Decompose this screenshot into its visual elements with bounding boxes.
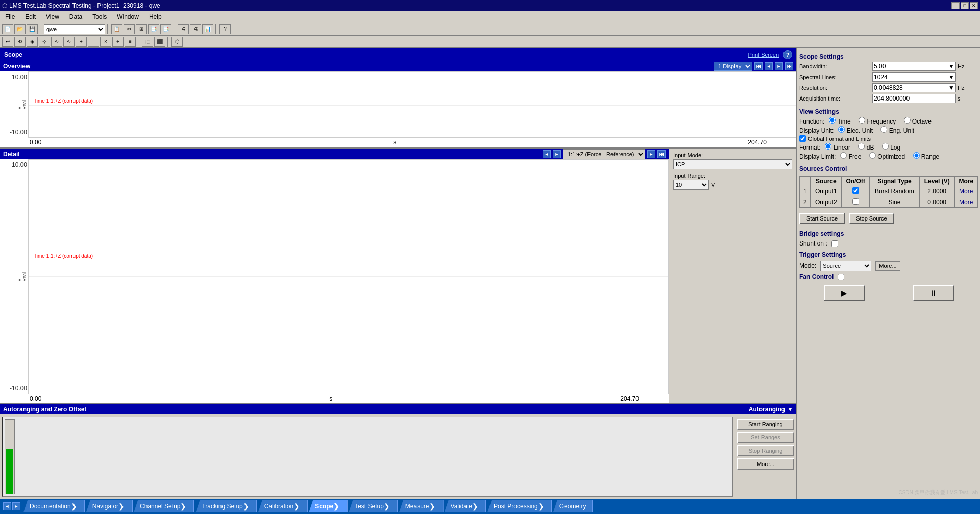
stop-ranging-button[interactable]: Stop Ranging: [737, 445, 794, 456]
display-eng-radio[interactable]: [880, 126, 887, 133]
toolbar-btn-4[interactable]: ✂: [124, 24, 135, 34]
tab-scope[interactable]: Scope ❯: [309, 500, 348, 512]
format-log-radio[interactable]: [882, 143, 889, 150]
source-more-1[interactable]: More: [954, 186, 977, 197]
play-button[interactable]: ▶: [824, 285, 865, 301]
spectral-lines-value[interactable]: 1024 ▼: [872, 72, 956, 82]
trigger-more-button[interactable]: More...: [875, 261, 900, 271]
menu-help[interactable]: Help: [146, 12, 165, 21]
scope-help-button[interactable]: ?: [783, 50, 792, 59]
toolbar-btn-8[interactable]: 🖨: [178, 24, 189, 34]
autoranging-buttons: Start Ranging Set Ranges Stop Ranging Mo…: [735, 414, 796, 499]
toolbar2-btn-2[interactable]: ⟲: [14, 37, 26, 47]
toolbar2-btn-5[interactable]: ∿: [51, 37, 62, 47]
overview-nav-next[interactable]: ►: [775, 62, 783, 70]
tab-nav-left[interactable]: ◄: [3, 502, 11, 510]
close-button[interactable]: ✕: [970, 2, 978, 9]
menu-window[interactable]: Window: [114, 12, 142, 21]
toolbar2-btn-8[interactable]: ―: [88, 37, 99, 47]
source-more-2[interactable]: More: [954, 197, 977, 208]
display-selector[interactable]: 1 Display: [714, 62, 752, 71]
toolbar2-btn-11[interactable]: ≡: [125, 37, 136, 47]
open-btn[interactable]: 📂: [14, 24, 26, 34]
fan-control-checkbox[interactable]: [838, 274, 844, 280]
help-toolbar-btn[interactable]: ?: [219, 24, 231, 34]
display-optimized-radio[interactable]: [869, 152, 876, 159]
toolbar2-btn-4[interactable]: ⊹: [39, 37, 50, 47]
tab-tracking-setup[interactable]: Tracking Setup ❯: [195, 500, 257, 512]
overview-nav-prev[interactable]: ◄: [765, 62, 773, 70]
tab-test-setup[interactable]: Test Setup ❯: [349, 500, 398, 512]
new-btn[interactable]: 📄: [2, 24, 13, 34]
toolbar-btn-7[interactable]: 📑: [160, 24, 172, 34]
global-format-checkbox[interactable]: [799, 135, 806, 142]
maximize-button[interactable]: □: [961, 2, 969, 9]
toolbar2-btn-1[interactable]: ↩: [2, 37, 13, 47]
pause-button[interactable]: ⏸: [913, 285, 954, 301]
source-checkbox-1[interactable]: [842, 186, 870, 197]
toolbar2-btn-9[interactable]: ×: [100, 37, 111, 47]
start-ranging-button[interactable]: Start Ranging: [737, 419, 794, 430]
toolbar-btn-3[interactable]: 📋: [111, 24, 122, 34]
toolbar2-btn-7[interactable]: +: [76, 37, 87, 47]
menu-edit[interactable]: Edit: [22, 12, 39, 21]
tab-navigator[interactable]: Navigator ❯: [86, 500, 133, 512]
shunt-on-checkbox[interactable]: [831, 240, 838, 247]
function-time-radio[interactable]: [829, 117, 836, 124]
toolbar2-btn-14[interactable]: ⬡: [172, 37, 183, 47]
resolution-value[interactable]: 0.0048828 ▼: [872, 83, 956, 92]
bandwidth-value[interactable]: 5.00 ▼: [872, 62, 956, 71]
toolbar-btn-6[interactable]: 📑: [148, 24, 159, 34]
display-elec-radio[interactable]: [838, 126, 845, 133]
channel-selector[interactable]: 1:1:+Z (Force - Reference): [563, 149, 645, 159]
format-linear-radio[interactable]: [825, 143, 831, 150]
toolbar2-btn-10[interactable]: ÷: [112, 37, 124, 47]
menu-view[interactable]: View: [43, 12, 62, 21]
menu-file[interactable]: File: [2, 12, 18, 21]
format-db-radio[interactable]: [858, 143, 865, 150]
function-octave-radio[interactable]: [904, 117, 911, 124]
input-range-select[interactable]: 10: [673, 180, 709, 190]
tab-channel-setup[interactable]: Channel Setup ❯: [134, 500, 194, 512]
toolbar-btn-10[interactable]: 📊: [202, 24, 213, 34]
set-ranges-button[interactable]: Set Ranges: [737, 432, 794, 443]
tab-geometry[interactable]: Geometry: [553, 500, 594, 512]
stop-source-button[interactable]: Stop Source: [849, 213, 894, 224]
tab-validate[interactable]: Validate ❯: [445, 500, 486, 512]
toolbar-btn-5[interactable]: ⊞: [136, 24, 147, 34]
bandwidth-dropdown[interactable]: ▼: [948, 63, 954, 70]
display-free-radio[interactable]: [840, 152, 847, 159]
detail-nav-next[interactable]: ►: [553, 150, 561, 158]
overview-nav-first[interactable]: ⏮: [754, 62, 763, 70]
toolbar-btn-9[interactable]: 🖨: [190, 24, 201, 34]
detail-nav-prev[interactable]: ◄: [543, 150, 551, 158]
toolbar2-btn-12[interactable]: ⬚: [142, 37, 153, 47]
source-checkbox-2[interactable]: [842, 197, 870, 208]
minimize-button[interactable]: ─: [951, 2, 960, 9]
input-mode-select[interactable]: ICP: [673, 159, 792, 169]
menu-tools[interactable]: Tools: [89, 12, 110, 21]
tab-documentation[interactable]: Documentation ❯: [23, 500, 85, 512]
save-btn[interactable]: 💾: [27, 24, 38, 34]
more-ranging-button[interactable]: More...: [737, 458, 794, 470]
toolbar2-btn-6[interactable]: ∿: [63, 37, 75, 47]
overview-nav-last[interactable]: ⏭: [785, 62, 793, 70]
detail-nav-2next[interactable]: ►: [647, 150, 655, 158]
menu-data[interactable]: Data: [66, 12, 85, 21]
toolbar2-btn-13[interactable]: ⬛: [154, 37, 165, 47]
start-source-button[interactable]: Start Source: [799, 213, 845, 224]
print-screen-button[interactable]: Print Screen: [748, 52, 779, 58]
function-frequency-radio[interactable]: [859, 117, 865, 124]
autoranging-dropdown-icon[interactable]: ▼: [787, 406, 793, 413]
display-range-radio[interactable]: [913, 152, 920, 159]
spectral-dropdown[interactable]: ▼: [948, 74, 954, 81]
detail-nav-last[interactable]: ⏭: [657, 150, 666, 158]
tab-nav-right[interactable]: ►: [12, 502, 20, 510]
trigger-mode-select[interactable]: Source: [820, 261, 871, 271]
project-combo[interactable]: qwe: [44, 24, 105, 34]
toolbar2-btn-3[interactable]: ◈: [27, 37, 38, 47]
resolution-dropdown[interactable]: ▼: [948, 84, 954, 91]
tab-measure[interactable]: Measure ❯: [399, 500, 444, 512]
tab-post-processing[interactable]: Post Processing ❯: [487, 500, 552, 512]
tab-calibration[interactable]: Calibration ❯: [258, 500, 308, 512]
